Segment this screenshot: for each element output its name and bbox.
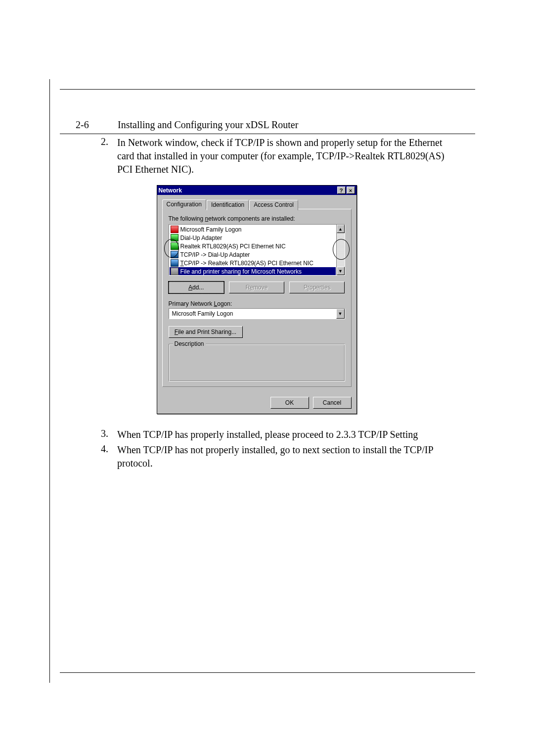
list-item-label: Microsoft Family Logon: [180, 226, 242, 233]
step-3: 3. When TCP/IP has properly installed, p…: [68, 428, 445, 441]
step-4: 4. When TCP/IP has not properly installe…: [68, 443, 445, 470]
list-item-label: TCP/IP -> Realtek RTL8029(AS) PCI Ethern…: [180, 260, 313, 267]
tab-configuration[interactable]: Configuration: [162, 199, 206, 210]
service-icon: [171, 268, 178, 275]
list-item[interactable]: Realtek RTL8029(AS) PCI Ethernet NIC: [170, 242, 336, 250]
list-item[interactable]: TCP/IP -> Realtek RTL8029(AS) PCI Ethern…: [170, 259, 336, 267]
titlebar-buttons: ? ×: [337, 187, 355, 194]
close-button[interactable]: ×: [347, 187, 355, 194]
cancel-button[interactable]: Cancel: [313, 397, 352, 409]
page-title: Installing and Configuring your xDSL Rou…: [118, 119, 298, 131]
dialog-footer: OK Cancel: [157, 392, 356, 414]
page-header: 2-6 Installing and Configuring your xDSL…: [60, 90, 475, 134]
list-item[interactable]: Microsoft Family Logon: [170, 225, 336, 234]
primary-logon-value: Microsoft Family Logon: [169, 309, 336, 319]
list-item-selected[interactable]: File and printer sharing for Microsoft N…: [170, 267, 336, 275]
page-number: 2-6: [76, 119, 118, 131]
remove-button: Remove: [229, 282, 284, 293]
protocol-icon: [171, 259, 178, 267]
adapter-icon: [171, 242, 178, 250]
step-4-text: When TCP/IP has not properly installed, …: [117, 443, 445, 470]
primary-logon-combo[interactable]: Microsoft Family Logon ▼: [169, 308, 345, 319]
step-4-number: 4.: [68, 443, 117, 470]
scroll-up-button[interactable]: ▲: [337, 225, 345, 233]
components-listbox[interactable]: Microsoft Family Logon Dial-Up Adapter R…: [169, 224, 345, 276]
list-item-label: Realtek RTL8029(AS) PCI Ethernet NIC: [180, 243, 286, 250]
step-3-text: When TCP/IP has properly installed, plea…: [117, 428, 445, 441]
primary-logon-label: Primary Network Logon:: [169, 300, 345, 307]
network-dialog: Network ? × Configuration Identification…: [157, 185, 357, 414]
tab-panel-configuration: The following network components are ins…: [162, 209, 352, 387]
adapter-icon: [171, 234, 178, 241]
dialog-screenshot-wrap: Network ? × Configuration Identification…: [68, 185, 445, 414]
step-2: 2. In Network window, check if TCP/IP is…: [68, 136, 445, 176]
list-item-label: Dial-Up Adapter: [180, 235, 222, 241]
help-button[interactable]: ?: [337, 187, 346, 194]
components-list: Microsoft Family Logon Dial-Up Adapter R…: [169, 225, 336, 275]
page-inner-frame: 2-6 Installing and Configuring your xDSL…: [60, 89, 475, 673]
combo-dropdown-button[interactable]: ▼: [336, 309, 345, 319]
properties-button: Properties: [289, 282, 345, 293]
list-item[interactable]: TCP/IP -> Dial-Up Adapter: [170, 250, 336, 259]
client-icon: [171, 226, 178, 233]
tab-identification[interactable]: Identification: [207, 200, 249, 210]
dialog-title: Network: [159, 187, 182, 194]
description-label: Description: [173, 340, 206, 347]
listbox-scrollbar[interactable]: ▲ ▼: [336, 225, 345, 275]
dialog-body: Configuration Identification Access Cont…: [157, 195, 356, 392]
installed-components-label: The following network components are ins…: [169, 215, 345, 222]
list-item-label: TCP/IP -> Dial-Up Adapter: [180, 251, 250, 258]
page-outer-frame: 2-6 Installing and Configuring your xDSL…: [49, 79, 485, 683]
step-2-number: 2.: [68, 136, 117, 176]
scroll-down-button[interactable]: ▼: [337, 267, 345, 275]
scroll-track[interactable]: [337, 233, 345, 267]
file-print-sharing-button[interactable]: File and Print Sharing...: [169, 326, 243, 338]
dialog-titlebar: Network ? ×: [157, 186, 356, 195]
list-item-label: File and printer sharing for Microsoft N…: [180, 268, 302, 275]
add-button[interactable]: Add...: [169, 282, 224, 293]
step-3-number: 3.: [68, 428, 117, 441]
tab-access-control[interactable]: Access Control: [249, 200, 298, 210]
protocol-icon: [171, 251, 178, 258]
component-button-row: Add... Remove Properties: [169, 282, 345, 293]
step-2-text: In Network window, check if TCP/IP is sh…: [117, 136, 445, 176]
content-area: 2. In Network window, check if TCP/IP is…: [60, 134, 475, 470]
tab-strip: Configuration Identification Access Cont…: [162, 199, 352, 209]
description-groupbox: Description: [169, 344, 345, 381]
list-item[interactable]: Dial-Up Adapter: [170, 234, 336, 242]
ok-button[interactable]: OK: [270, 397, 309, 409]
